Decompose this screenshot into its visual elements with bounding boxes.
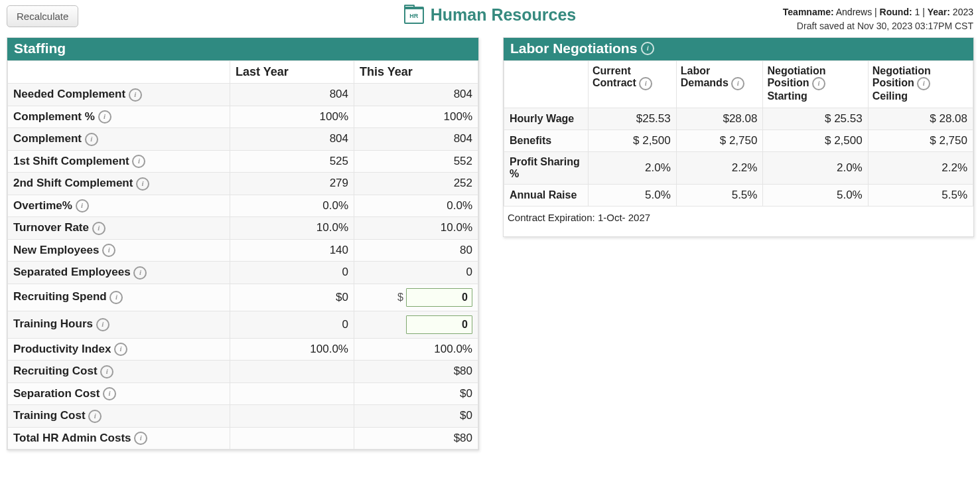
info-icon[interactable]: i [134,432,147,445]
recalculate-button[interactable]: Recalculate [7,5,78,27]
info-icon[interactable]: i [639,77,652,90]
staffing-header: Staffing [7,38,478,60]
info-icon[interactable]: i [917,77,930,90]
info-icon[interactable]: i [92,222,105,235]
labor-table: Current Contract i Labor Demands i Negot… [504,60,973,207]
info-icon[interactable]: i [812,77,825,90]
page-title-text: Human Resources [431,5,577,25]
info-icon[interactable]: i [129,88,142,102]
staffing-panel: Staffing Last Year This Year Needed Comp… [7,37,479,450]
draft-saved-text: Draft saved at Nov 30, 2023 03:17PM CST [783,19,973,33]
info-icon[interactable]: i [731,77,744,90]
info-icon[interactable]: i [100,365,113,378]
info-icon[interactable]: i [88,410,102,423]
staffing-table: Last Year This Year Needed Complement i … [7,60,478,450]
labor-panel: Labor Negotiations i Current Contract i … [503,37,974,237]
info-icon[interactable]: i [133,266,147,280]
hr-folder-icon: HR [404,7,424,24]
currency-prefix: $ [397,292,403,303]
col-this-year: This Year [354,61,478,84]
info-icon[interactable]: i [102,244,115,257]
info-icon[interactable]: i [132,155,145,168]
info-icon[interactable]: i [641,42,654,55]
info-icon[interactable]: i [96,318,109,331]
contract-expiration: Contract Expiration: 1-Oct- 2027 [504,207,973,236]
hr-badge-text: HR [409,13,418,19]
info-icon[interactable]: i [109,291,123,304]
recruiting-spend-input[interactable] [406,288,472,307]
info-icon[interactable]: i [98,110,111,124]
col-neg-start: Negotiation Position iStarting [767,65,825,102]
labor-header: Labor Negotiations i [504,38,973,60]
info-icon[interactable]: i [103,387,116,400]
context-meta: Teamname: Andrews | Round: 1 | Year: 202… [783,5,973,33]
info-icon[interactable]: i [76,199,89,212]
page-title: HR Human Resources [404,5,577,25]
col-last-year: Last Year [230,61,354,84]
info-icon[interactable]: i [114,343,127,356]
info-icon[interactable]: i [136,177,149,191]
col-neg-ceil: Negotiation Position iCeiling [873,65,931,102]
training-hours-input[interactable] [406,315,472,334]
info-icon[interactable]: i [85,133,98,146]
